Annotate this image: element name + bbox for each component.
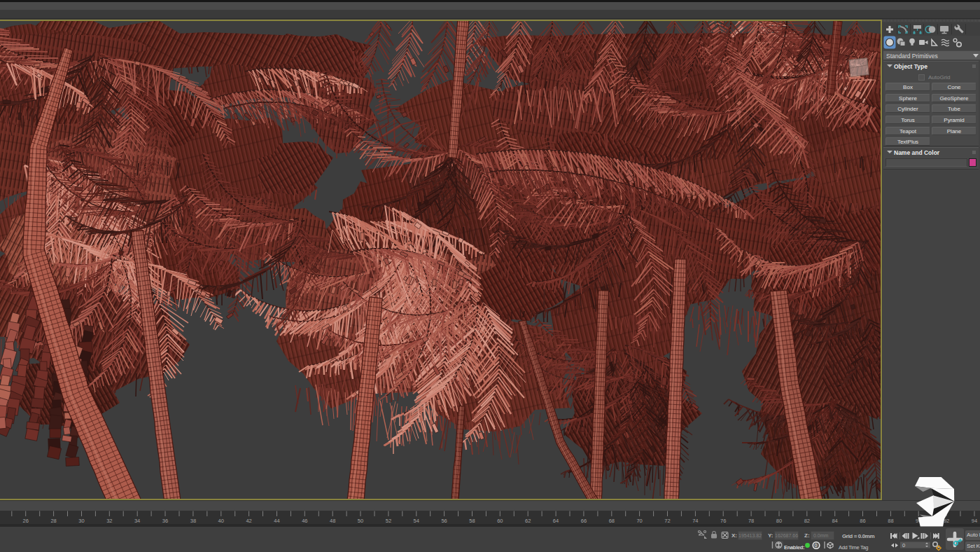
- svg-text:46: 46: [302, 518, 307, 524]
- svg-text:68: 68: [609, 518, 615, 524]
- svg-text:0: 0: [902, 542, 905, 548]
- svg-text:36: 36: [162, 518, 168, 524]
- svg-text:58: 58: [469, 518, 475, 524]
- svg-text:34: 34: [134, 518, 140, 524]
- svg-text:56: 56: [441, 518, 447, 524]
- svg-text:94: 94: [972, 518, 977, 524]
- svg-text:32: 32: [106, 518, 112, 524]
- svg-text:70: 70: [636, 518, 642, 524]
- svg-text:64: 64: [553, 518, 559, 524]
- svg-text:66: 66: [581, 518, 587, 524]
- svg-text:50: 50: [358, 518, 363, 524]
- svg-text:76: 76: [720, 518, 726, 524]
- svg-text:74: 74: [692, 518, 698, 524]
- svg-text:60: 60: [497, 518, 503, 524]
- svg-text:28: 28: [50, 518, 56, 524]
- svg-text:78: 78: [748, 518, 754, 524]
- svg-text:38: 38: [190, 518, 196, 524]
- svg-text:54: 54: [414, 518, 419, 524]
- svg-text:44: 44: [274, 518, 279, 524]
- svg-text:52: 52: [386, 518, 391, 524]
- svg-text:84: 84: [832, 518, 837, 524]
- svg-text:40: 40: [218, 518, 224, 524]
- svg-text:48: 48: [330, 518, 335, 524]
- svg-text:62: 62: [525, 518, 531, 524]
- svg-text:72: 72: [664, 518, 670, 524]
- svg-text:30: 30: [78, 518, 84, 524]
- svg-text:26: 26: [23, 518, 29, 524]
- svg-text:42: 42: [246, 518, 251, 524]
- svg-text:88: 88: [888, 518, 893, 524]
- svg-text:0: 0: [815, 543, 818, 548]
- svg-text:86: 86: [860, 518, 865, 524]
- svg-text:82: 82: [804, 518, 810, 524]
- svg-text:80: 80: [776, 518, 782, 524]
